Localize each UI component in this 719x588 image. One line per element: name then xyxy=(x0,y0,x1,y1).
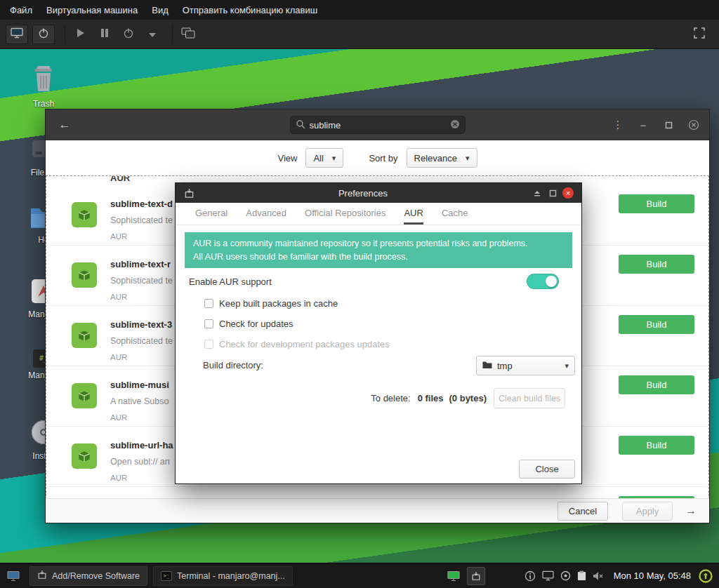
display-settings-icon[interactable] xyxy=(542,570,554,581)
screen: Файл Виртуальная машина Вид Отправить ко… xyxy=(0,0,719,588)
details-button[interactable] xyxy=(32,25,55,44)
tab-general[interactable]: General xyxy=(195,208,227,225)
package-description: Sophisticated te xyxy=(110,336,173,346)
pamac-icon xyxy=(37,570,47,582)
dual-display-icon xyxy=(181,27,195,41)
toolbar-separator xyxy=(65,25,65,44)
fullscreen-button[interactable] xyxy=(690,25,709,44)
search-input[interactable] xyxy=(310,120,446,131)
vm-display-tray-icon[interactable] xyxy=(447,570,460,582)
shutdown-menu-button[interactable] xyxy=(143,25,162,44)
power-icon xyxy=(123,27,134,41)
volume-muted-icon[interactable] xyxy=(593,571,604,581)
pause-icon xyxy=(100,28,109,40)
window-action-bar: Cancel Apply → xyxy=(46,498,709,523)
menu-file[interactable]: Файл xyxy=(3,5,39,15)
package-description: Open subl:// an xyxy=(110,457,170,467)
fullscreen-icon xyxy=(694,27,705,41)
maximize-icon[interactable] xyxy=(659,115,678,135)
tab-aur[interactable]: AUR xyxy=(404,208,423,225)
checkbox-icon[interactable] xyxy=(204,319,213,328)
check-dev-updates-checkbox-row: Check for development packages updates xyxy=(204,337,390,351)
checkbox-label: Check for updates xyxy=(219,319,293,329)
shade-icon[interactable] xyxy=(529,185,545,201)
build-button[interactable]: Build xyxy=(619,436,694,455)
apply-button[interactable]: Apply xyxy=(622,502,673,521)
tab-advanced[interactable]: Advanced xyxy=(246,208,286,225)
aur-warning-banner: AUR is a community maintained repository… xyxy=(185,232,572,268)
menu-send-key[interactable]: Отправить комбинацию клавиш xyxy=(176,5,324,15)
files-count: 0 files xyxy=(418,393,444,403)
back-button[interactable]: ← xyxy=(55,109,74,140)
package-icon xyxy=(72,262,97,288)
clock[interactable]: Mon 10 May, 05:48 xyxy=(614,570,691,581)
menu-kebab-icon[interactable]: ⋮ xyxy=(608,115,628,135)
vm-toolbar xyxy=(0,20,719,49)
desktop-icon-label: Trash xyxy=(13,99,74,109)
maximize-icon[interactable] xyxy=(545,185,560,201)
displays-button[interactable] xyxy=(178,25,198,44)
forward-arrow-icon[interactable]: → xyxy=(685,505,697,517)
menu-view[interactable]: Вид xyxy=(145,5,176,15)
status-orb-icon[interactable] xyxy=(560,570,571,581)
pause-button[interactable] xyxy=(95,25,114,44)
trash-icon xyxy=(29,86,58,96)
notification-info-icon[interactable] xyxy=(525,570,536,582)
checkbox-icon xyxy=(204,340,213,349)
minimize-icon[interactable]: − xyxy=(633,115,653,135)
build-button[interactable]: Build xyxy=(619,315,694,334)
tab-cache[interactable]: Cache xyxy=(442,208,468,225)
run-button[interactable] xyxy=(71,25,91,44)
enable-aur-toggle[interactable] xyxy=(527,274,559,289)
package-repo-tag: AUR xyxy=(110,413,127,422)
banner-line-2: All AUR users should be familiar with th… xyxy=(193,250,564,264)
keep-built-packages-checkbox-row[interactable]: Keep built packages in cache xyxy=(204,296,338,310)
to-delete-summary: To delete:0 files(0 bytes) xyxy=(371,388,487,408)
console-button[interactable] xyxy=(6,25,28,44)
taskbar-window-title: Add/Remove Software xyxy=(52,571,140,581)
folder-icon xyxy=(482,361,492,371)
sort-by-label: Sort by xyxy=(369,153,397,163)
update-notifier-icon[interactable] xyxy=(698,568,713,584)
close-dialog-icon[interactable]: × xyxy=(560,185,576,201)
package-icon xyxy=(72,443,97,469)
build-button[interactable]: Build xyxy=(619,194,694,213)
tab-official-repositories[interactable]: Official Repositories xyxy=(305,208,385,225)
dialog-tabs: General Advanced Official Repositories A… xyxy=(176,203,581,225)
show-desktop-icon[interactable] xyxy=(4,567,22,585)
monitor-icon xyxy=(11,27,23,41)
clear-search-icon[interactable] xyxy=(450,119,460,131)
package-repo-tag: AUR xyxy=(110,474,127,482)
build-button[interactable]: Build xyxy=(619,255,694,274)
clipboard-icon[interactable] xyxy=(577,570,586,581)
chevron-down-icon: ▾ xyxy=(332,154,336,163)
shutdown-button[interactable] xyxy=(119,25,138,44)
package-repo-tag: AUR xyxy=(110,232,127,241)
close-button[interactable]: Close xyxy=(519,460,575,479)
taskbar-window-pamac[interactable]: Add/Remove Software xyxy=(29,566,147,586)
desktop-icon-trash[interactable]: Trash xyxy=(13,63,74,109)
clean-build-files-button[interactable]: Clean build files xyxy=(494,388,565,408)
taskbar-window-terminal[interactable]: >_ Terminal - manjaro@manj... xyxy=(153,566,293,586)
build-directory-value: tmp xyxy=(497,361,565,371)
bytes-count: (0 bytes) xyxy=(449,393,487,403)
package-icon xyxy=(72,383,97,408)
checkbox-label: Check for development packages updates xyxy=(219,339,390,349)
checkbox-icon[interactable] xyxy=(204,299,213,308)
sort-dropdown[interactable]: Relevance ▾ xyxy=(407,148,477,168)
close-icon[interactable] xyxy=(684,115,704,135)
build-button[interactable]: Build xyxy=(619,375,694,394)
dialog-titlebar: Preferences × xyxy=(176,183,581,203)
power-info-icon xyxy=(38,27,49,41)
vm-menubar: Файл Виртуальная машина Вид Отправить ко… xyxy=(0,0,719,20)
pamac-tray-icon[interactable] xyxy=(467,567,485,585)
view-dropdown[interactable]: All ▾ xyxy=(305,148,343,168)
package-icon xyxy=(72,323,97,348)
pamac-app-icon xyxy=(181,185,197,201)
view-value: All xyxy=(313,153,323,163)
menu-virtual-machine[interactable]: Виртуальная машина xyxy=(39,5,145,15)
build-directory-dropdown[interactable]: tmp ▾ xyxy=(476,356,575,375)
cancel-button[interactable]: Cancel xyxy=(558,502,608,521)
package-description: A native Subso xyxy=(110,396,169,406)
check-updates-checkbox-row[interactable]: Check for updates xyxy=(204,316,293,330)
